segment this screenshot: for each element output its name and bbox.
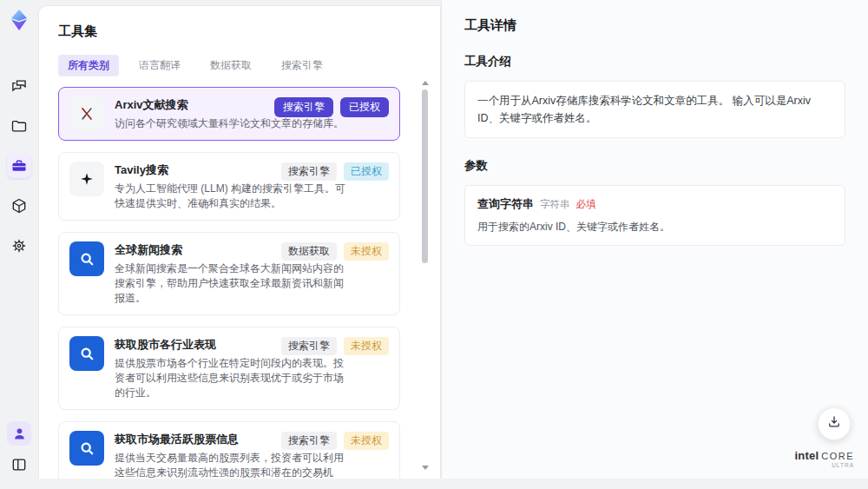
page-title: 工具集: [58, 23, 421, 40]
search-app-icon: [69, 431, 104, 466]
tool-description: 提供股票市场各个行业在特定时间段内的表现。投资者可以利用这些信息来识别表现优于或…: [115, 356, 349, 400]
scroll-down-arrow[interactable]: [422, 466, 429, 470]
folder-icon: [10, 117, 28, 135]
param-name: 查询字符串: [477, 196, 534, 212]
sidebar-item-settings[interactable]: [7, 234, 31, 258]
scrollbar-thumb[interactable]: [422, 89, 428, 263]
category-badge: 搜索引擎: [281, 432, 337, 450]
sparkle-icon: [69, 162, 104, 196]
detail-title: 工具详情: [464, 17, 845, 34]
param-type: 字符串: [540, 198, 570, 211]
tab-category-2[interactable]: 数据获取: [201, 55, 261, 76]
sidebar-item-chat[interactable]: [7, 74, 31, 98]
tool-description: 提供当天交易量最高的股票列表，投资者可以利用这些信息来识别流动性强的股票和潜在的…: [115, 451, 349, 479]
intro-text: 一个用于从Arxiv存储库搜索科学论文和文章的工具。 输入可以是Arxiv ID…: [477, 92, 832, 127]
category-badge: 搜索引擎: [281, 162, 337, 181]
tab-category-1[interactable]: 语言翻译: [129, 55, 190, 76]
category-badge: 数据获取: [281, 242, 337, 261]
search-app-icon: [69, 336, 104, 371]
sidebar-item-collapse[interactable]: [7, 453, 31, 477]
intro-heading: 工具介绍: [464, 54, 845, 69]
intro-box: 一个用于从Arxiv存储库搜索科学论文和文章的工具。 输入可以是Arxiv ID…: [464, 81, 845, 138]
tab-category-0[interactable]: 所有类别: [58, 55, 119, 76]
category-tabs: 所有类别语言翻译数据获取搜索引擎: [58, 55, 421, 76]
tool-card[interactable]: 获取市场最活跃股票信息提供当天交易量最高的股票列表，投资者可以利用这些信息来识别…: [58, 421, 400, 479]
download-icon: [826, 414, 842, 433]
arxiv-icon: [69, 96, 104, 131]
sidebar-item-models[interactable]: [7, 194, 31, 218]
tool-description: 专为人工智能代理 (LLM) 构建的搜索引擎工具。可快速提供实时、准确和真实的结…: [115, 182, 349, 211]
sidebar-item-tools[interactable]: [7, 154, 31, 178]
cube-icon: [10, 197, 28, 215]
tool-list-panel: 工具集 所有类别语言翻译数据获取搜索引擎 Arxiv文献搜索访问各个研究领域大量…: [38, 5, 441, 479]
ultra-label: ULTRA: [794, 463, 854, 469]
user-icon: [11, 426, 28, 442]
param-required-badge: 必填: [576, 198, 596, 211]
category-badge: 搜索引擎: [281, 337, 337, 355]
auth-status-badge: 未授权: [344, 337, 389, 355]
tool-card[interactable]: 获取股市各行业表现提供股票市场各个行业在特定时间段内的表现。投资者可以利用这些信…: [58, 327, 400, 410]
auth-status-badge: 未授权: [344, 432, 389, 450]
tool-card[interactable]: 全球新闻搜索全球新闻搜索是一个聚合全球各大新闻网站内容的搜索引擎，帮助用户快速获…: [58, 232, 400, 315]
tool-description: 访问各个研究领域大量科学论文和文章的存储库。: [115, 116, 349, 131]
sidebar-item-profile[interactable]: [7, 421, 31, 446]
app-logo[interactable]: [7, 8, 31, 32]
gear-icon: [10, 237, 28, 254]
scroll-up-arrow[interactable]: [422, 81, 429, 85]
intel-wordmark: intel: [794, 450, 819, 461]
tool-detail-panel: 工具详情 工具介绍 一个用于从Arxiv存储库搜索科学论文和文章的工具。 输入可…: [441, 0, 868, 479]
auth-status-badge: 已授权: [344, 162, 389, 181]
toolbox-icon: [10, 157, 28, 175]
core-wordmark: CORE: [821, 452, 854, 461]
search-app-icon: [69, 241, 104, 276]
list-scrollbar[interactable]: [421, 81, 429, 470]
download-button[interactable]: [818, 407, 851, 440]
tool-card-list: Arxiv文献搜索访问各个研究领域大量科学论文和文章的存储库。搜索引擎已授权Ta…: [58, 87, 400, 479]
tool-card[interactable]: Tavily搜索专为人工智能代理 (LLM) 构建的搜索引擎工具。可快速提供实时…: [58, 152, 400, 221]
tab-category-3[interactable]: 搜索引擎: [272, 55, 332, 76]
intel-core-logo: intel CORE ULTRA: [794, 450, 854, 469]
category-badge: 搜索引擎: [274, 97, 333, 117]
params-heading: 参数: [464, 158, 845, 174]
param-box: 查询字符串 字符串 必填 用于搜索的Arxiv ID、关键字或作者姓名。: [464, 185, 845, 246]
auth-status-badge: 未授权: [344, 242, 389, 261]
app-rail: [0, 0, 38, 489]
tool-description: 全球新闻搜索是一个聚合全球各大新闻网站内容的搜索引擎，帮助用户快速获取全球最新资…: [115, 261, 349, 306]
window-bottom-edge: [0, 479, 868, 489]
param-description: 用于搜索的Arxiv ID、关键字或作者姓名。: [477, 220, 832, 235]
auth-status-badge: 已授权: [340, 97, 389, 117]
chat-icon: [10, 77, 28, 95]
panel-toggle-icon: [10, 456, 28, 473]
sidebar-item-files[interactable]: [7, 114, 31, 138]
tool-card[interactable]: Arxiv文献搜索访问各个研究领域大量科学论文和文章的存储库。搜索引擎已授权: [58, 87, 400, 141]
